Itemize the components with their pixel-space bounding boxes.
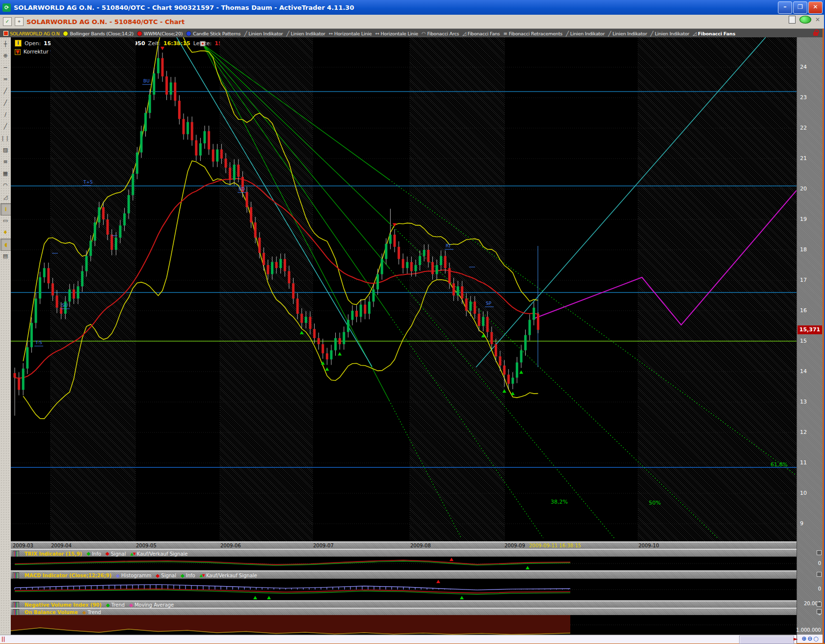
obv-axis-min-label: -1.000.000 [794,627,821,633]
lock-icon[interactable] [813,29,818,36]
indicator-dot-icon [186,31,191,36]
pane-lock-icon[interactable] [817,572,822,577]
scrollbar-thumb[interactable] [739,636,794,644]
parallel-trend-lines-icon[interactable]: ╱ [0,97,10,108]
toolbar-indicator-label: Fibonacci Fans [468,31,500,36]
toolbar-indicator-linien-indikator[interactable]: ╱Linien Indikator [608,31,647,36]
time-scrollbar[interactable]: || ► [0,635,797,644]
symbol-icon [3,31,8,36]
chart-title: SOLARWORLD AG O.N. - 510840/OTC - Chart [27,18,185,26]
obv-pane[interactable] [11,615,797,635]
fans-icon: ◿ [462,31,466,36]
toolbar-indicator-horizontale-linie[interactable]: ↔Horizontale Linie [375,31,418,36]
toolbar-indicator-linien-indikator[interactable]: ╱Linien Indikator [287,31,325,36]
line-segment-icon[interactable]: ∕ [0,109,10,120]
title-bar[interactable]: ⟳ SOLARWORLD AG O.N. - 510840/OTC - Char… [0,0,825,15]
trend-line-icon[interactable]: ╱ [0,85,10,97]
legend-item[interactable]: ◆Info [86,551,101,557]
macd-axis-label: 0 [818,586,821,591]
data-feed-icon[interactable]: ◖ [0,239,11,251]
legend-item[interactable]: ◆Info [181,573,195,578]
legend-item[interactable]: ◆Signal [106,551,126,557]
zoom-controls: ⊕⊖○ [797,634,823,643]
date-tick-label: 2009-07 [313,543,334,548]
print-icon[interactable]: ▤ [0,250,10,262]
fans-icon: ◿ [693,31,697,36]
macd-pane[interactable] [11,579,797,600]
diamond-icon: ◆ [82,610,86,615]
crosshair-icon[interactable]: ⊕ [0,50,10,61]
horizontal-line-icon[interactable]: ─ [0,62,10,73]
pane-lock-icon[interactable] [817,602,822,607]
toolbar-indicator-linien-indikator[interactable]: ╱Linien Indikator [244,31,283,36]
selection-rectangle-icon[interactable]: ▭ [0,215,10,226]
chart-checkbox-icon[interactable]: ✓ [3,17,12,26]
date-tick-label: 2009-10 [639,543,659,548]
toolbar-indicator-label: Linien Indikator [570,31,605,36]
zoom-in-button[interactable]: ⊕ [801,635,806,643]
toolbar-indicator-bollinger-bands-close-14-2-[interactable]: Bollinger Bands (Close;14;2) [63,31,133,36]
fibonacci-time-lines-icon[interactable]: ≡ [0,156,10,167]
toolbar-indicator-linien-indikator[interactable]: ╱Linien Indikator [566,31,605,36]
fibonacci-retracements-icon[interactable]: ▦ [0,168,10,179]
legend-label: Info [186,573,195,578]
toolbar-indicator-label: Bollinger Bands (Close;14;2) [70,31,133,36]
fibonacci-fans-icon[interactable]: ◿ [0,191,10,203]
toolbar-indicator-candle-stick-patterns[interactable]: Candle Stick Patterns [186,31,240,36]
panel-close-icon[interactable]: ✕ [815,16,820,23]
move-tool-icon[interactable]: ┼ [0,38,10,50]
price-tick-label: 19 [800,216,807,222]
toolbar-indicator-fibonacci-arcs[interactable]: ◠Fibonacci Arcs [422,31,459,36]
alarm-icon[interactable]: ♦ [0,227,10,238]
toolbar-indicator-horizontale-linie[interactable]: ↔Horizontale Linie [329,31,372,36]
toolbar-indicator-solarworld-ag-o-n[interactable]: SOLARWORLD AG O.N [3,31,59,36]
maximize-button[interactable]: ❐ [793,1,807,14]
toolbar-indicator-wwma-close-20-[interactable]: WWMA(Close;20) [137,31,183,36]
legend-item[interactable]: ▲▼Kauf/Verkauf Signale [200,573,257,578]
legend-item[interactable]: ◆Trend [82,610,101,615]
legend-item[interactable]: ◆Moving Average [129,602,174,608]
price-tick-label: 18 [800,246,807,253]
toolbar-indicator-fibonacci-retracements[interactable]: ≡Fibonacci Retracements [504,31,562,36]
app-icon: ⟳ [2,3,11,12]
trix-pane[interactable] [11,557,797,570]
fibonacci-time-zones-icon[interactable]: ❘❘❘ [0,133,10,144]
pane-lock-icon[interactable] [817,550,822,555]
price-axis: 15,371 ⊕⊖○ 24232221201918171615141312111… [797,37,823,643]
price-tick-label: 23 [800,94,807,101]
pencil-icon: ╱ [566,31,569,36]
fibonacci-price-steps-icon[interactable]: ▨ [0,144,10,156]
fibonacci-arcs-icon[interactable]: ◠ [0,180,10,191]
zoom-out-button[interactable]: ⊖ [807,635,812,643]
pane-lock-icon[interactable] [817,609,822,614]
indicator-icon [13,572,19,579]
price-tick-label: 9 [800,520,803,527]
main-chart[interactable]: i Open:15,900Tief:15,261Hoch:15,950Zeit:… [11,37,797,541]
legend-item[interactable]: ◆Signal [156,573,176,578]
diamond-icon: ◆ [106,603,110,608]
legend-label: Trend [87,610,101,615]
legend-item[interactable]: ◆Trend [106,602,125,608]
close-button[interactable]: ✕ [808,1,823,14]
zoom-reset-button[interactable]: ○ [813,635,818,643]
toolbar-indicator-label: Fibonacci Retracements [509,31,562,36]
scrollbar-right-arrow[interactable]: ► [794,636,798,642]
legend-item[interactable]: ▲▼Kauf/Verkauf Signale [130,551,187,557]
regression-line-icon[interactable]: ╱ [0,121,10,132]
parallel-horizontal-lines-icon[interactable]: ═ [0,74,10,85]
toolbar-indicator-fibonacci-fans[interactable]: ◿Fibonacci Fans [693,31,736,36]
buy-sell-triangles-icon: ▲▼ [130,552,135,556]
minimize-button[interactable]: – [778,1,792,14]
trix-pane-title: TRIX Indicator (15,9) [25,551,82,557]
legend-item[interactable]: ◆Histogramm [116,573,151,578]
scrollbar-left-marks[interactable]: || [1,636,5,642]
toolbar-indicator-fibonacci-fans[interactable]: ◿Fibonacci Fans [462,31,500,36]
indicator-dot-icon [137,31,142,36]
clipboard-icon[interactable] [789,16,796,24]
toolbar-indicator-linien-indikator[interactable]: ╱Linien Indikator [650,31,689,36]
toolbar-indicator-label: Linien Indikator [655,31,689,36]
price-tick-label: 12 [800,429,807,435]
price-tick-label: 13 [800,399,807,405]
pin-icon[interactable]: ⌖ [15,17,24,26]
info-tool-icon[interactable]: i [0,203,11,215]
